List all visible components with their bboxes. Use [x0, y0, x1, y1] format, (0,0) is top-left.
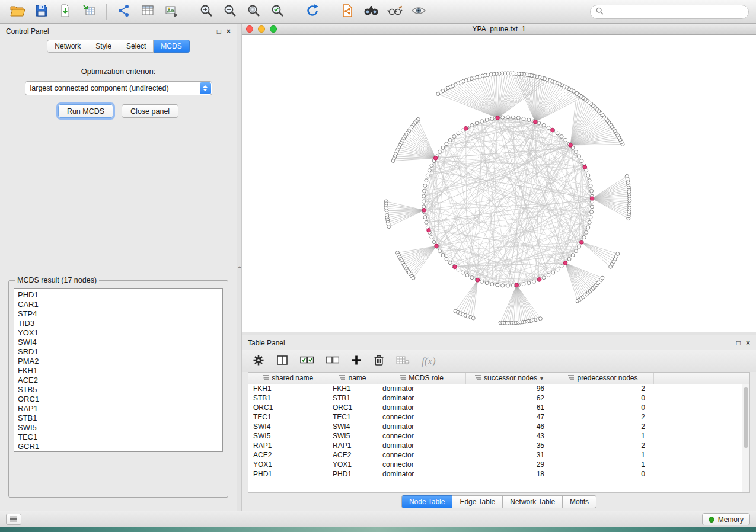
result-item[interactable]: GCR1	[18, 442, 222, 451]
table-row[interactable]: SWI4SWI4dominator462	[248, 422, 749, 431]
result-item[interactable]: SWI4	[18, 338, 222, 347]
panel-menu-button[interactable]	[6, 514, 21, 525]
network-node[interactable]	[422, 189, 426, 193]
select-all-button[interactable]	[300, 355, 314, 367]
network-leaf-node[interactable]	[471, 316, 475, 320]
network-node[interactable]	[556, 268, 559, 271]
result-item[interactable]: STB5	[18, 385, 222, 395]
network-node[interactable]	[465, 274, 469, 277]
network-node[interactable]	[422, 205, 426, 209]
network-node[interactable]	[428, 169, 431, 172]
column-header-MCDS-role[interactable]: MCDS role	[378, 373, 465, 384]
network-node[interactable]	[461, 271, 464, 274]
network-node[interactable]	[522, 283, 525, 286]
column-header-shared-name[interactable]: shared name	[248, 373, 328, 384]
network-node[interactable]	[571, 254, 575, 257]
network-hub-node-TEC1[interactable]	[433, 156, 438, 161]
result-item[interactable]: TID3	[18, 319, 222, 328]
find-button[interactable]	[361, 3, 382, 21]
table-scrollbar[interactable]	[742, 384, 749, 492]
network-node[interactable]	[448, 261, 452, 265]
result-item[interactable]: ORC1	[18, 395, 222, 404]
network-node[interactable]	[506, 116, 510, 119]
result-item[interactable]: FKH1	[18, 366, 222, 376]
network-leaf-node[interactable]	[616, 252, 620, 255]
network-hub-node-RAP1[interactable]	[563, 261, 567, 265]
network-leaf-node[interactable]	[436, 92, 440, 96]
network-hub-node-ORC1[interactable]	[569, 143, 573, 148]
network-node[interactable]	[532, 280, 535, 283]
network-node[interactable]	[547, 274, 550, 277]
network-node[interactable]	[578, 155, 581, 158]
result-item[interactable]: SRD1	[18, 347, 222, 357]
network-node[interactable]	[423, 184, 427, 187]
import-network-button[interactable]	[55, 3, 76, 21]
network-node[interactable]	[586, 174, 590, 177]
export-image-button[interactable]	[161, 3, 182, 21]
network-node[interactable]	[438, 249, 441, 253]
refresh-view-button[interactable]	[302, 3, 323, 21]
network-leaf-node[interactable]	[538, 317, 542, 321]
network-node[interactable]	[445, 257, 448, 261]
result-item[interactable]: PHD1	[18, 290, 222, 300]
result-item[interactable]: CAR1	[18, 300, 222, 309]
network-node[interactable]	[422, 200, 425, 203]
network-node[interactable]	[542, 276, 546, 280]
delete-column-button[interactable]	[374, 354, 384, 368]
new-table-button[interactable]	[137, 3, 158, 21]
close-panel-icon[interactable]: ×	[746, 339, 750, 347]
table-row[interactable]: STB1STB1dominator620	[248, 393, 749, 403]
tab-select[interactable]: Select	[119, 40, 154, 53]
network-leaf-node[interactable]	[387, 225, 391, 229]
table-row[interactable]: RAP1RAP1dominator352	[248, 441, 749, 450]
network-node[interactable]	[582, 236, 586, 239]
show-hide-button[interactable]	[408, 3, 429, 21]
network-node[interactable]	[501, 116, 505, 119]
network-node[interactable]	[475, 121, 479, 125]
table-row[interactable]: SWI5SWI5connector431	[248, 431, 749, 441]
table-row[interactable]: PHD1PHD1dominator180	[248, 469, 749, 479]
close-panel-button[interactable]: Close panel	[122, 104, 178, 118]
network-node[interactable]	[441, 254, 445, 257]
network-hub-node-SWI5[interactable]	[515, 283, 519, 287]
network-hub-node-ACE2[interactable]	[435, 244, 439, 248]
network-node[interactable]	[425, 220, 428, 224]
network-node[interactable]	[448, 138, 452, 142]
criterion-select[interactable]: largest connected component (undirected)	[25, 81, 212, 95]
network-leaf-node[interactable]	[601, 276, 604, 280]
network-node[interactable]	[585, 230, 588, 234]
network-node[interactable]	[556, 132, 559, 135]
network-leaf-node[interactable]	[512, 72, 515, 75]
network-node[interactable]	[588, 179, 591, 182]
network-node[interactable]	[425, 179, 428, 182]
tab-edge-table[interactable]: Edge Table	[452, 495, 503, 508]
table-row[interactable]: TEC1TEC1connector472	[248, 412, 749, 422]
network-hub-node-PMA2[interactable]	[453, 265, 457, 269]
network-node[interactable]	[516, 116, 520, 120]
add-column-button[interactable]	[351, 355, 362, 367]
share-session-button[interactable]	[337, 3, 358, 21]
network-hub-node-GCR1[interactable]	[537, 278, 541, 282]
network-node[interactable]	[527, 281, 531, 285]
float-panel-icon[interactable]: □	[736, 339, 741, 347]
zoom-out-button[interactable]	[219, 3, 241, 21]
zoom-selected-button[interactable]	[267, 3, 288, 21]
result-item[interactable]: STB1	[18, 414, 222, 423]
network-node[interactable]	[485, 118, 489, 121]
zoom-fit-button[interactable]	[243, 3, 264, 21]
tab-network-table[interactable]: Network Table	[503, 495, 563, 508]
tab-motifs[interactable]: Motifs	[563, 495, 596, 508]
network-hub-node-STB5[interactable]	[580, 241, 584, 245]
result-item[interactable]: STP4	[18, 309, 222, 319]
network-node[interactable]	[575, 249, 578, 253]
delete-table-button[interactable]	[396, 355, 410, 367]
network-node[interactable]	[589, 184, 592, 187]
function-builder-button[interactable]: f(x)	[422, 355, 436, 367]
network-node[interactable]	[560, 135, 563, 139]
network-leaf-node[interactable]	[391, 159, 395, 163]
network-hub-node-STB1[interactable]	[533, 120, 537, 124]
network-node[interactable]	[480, 120, 484, 123]
tab-style[interactable]: Style	[88, 40, 119, 53]
network-node[interactable]	[490, 117, 494, 120]
network-node[interactable]	[445, 142, 448, 146]
